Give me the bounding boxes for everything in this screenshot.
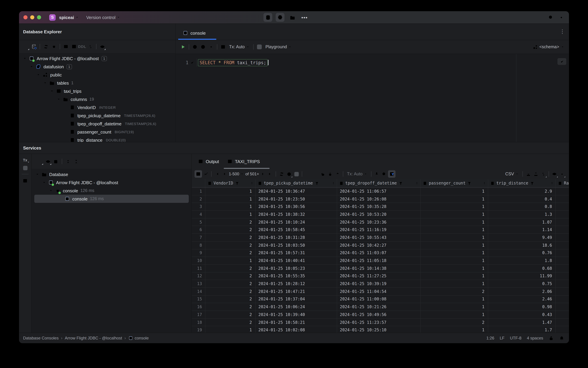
grid-cell[interactable]: 2 (205, 265, 256, 272)
row-number[interactable]: 10 (192, 257, 205, 264)
row-number[interactable]: 7 (192, 234, 205, 241)
grid-cell[interactable]: 2024-01-25 10:40:41 (256, 257, 337, 264)
explorer-tree-item-columns[interactable]: columns19 (19, 95, 175, 103)
grid-cell[interactable]: 2024-01-25 10:30:56 (256, 203, 337, 210)
row-number[interactable]: 12 (192, 272, 205, 280)
grid-cell[interactable]: 2024-01-25 11:00:08 (337, 295, 421, 303)
grid-cell[interactable]: 1.07 (488, 219, 556, 226)
grid-cell[interactable]: 2024-01-25 11:03:07 (337, 249, 421, 257)
grid-cell[interactable]: 2024-01-25 10:37:04 (256, 295, 337, 303)
grid-cell[interactable]: 2024-01-25 10:28:12 (256, 280, 337, 287)
close-tab-icon[interactable] (262, 159, 266, 164)
grid-cell[interactable] (556, 257, 569, 264)
version-control-menu[interactable]: Version control (86, 15, 120, 20)
grid-cell[interactable]: 1 (205, 195, 256, 202)
grid-cell[interactable]: 2024-01-25 10:06:24 (256, 303, 337, 311)
grid-cell[interactable]: 18.6 (488, 242, 556, 249)
caret-position[interactable]: 1:26 (486, 336, 494, 340)
previous-page-button[interactable] (221, 170, 228, 178)
grid-cell[interactable] (556, 211, 569, 218)
sort-icon[interactable] (415, 181, 419, 185)
grid-cell[interactable]: 0.98 (488, 303, 556, 311)
filter-panel-button[interactable] (388, 170, 395, 178)
grid-cell[interactable] (556, 226, 569, 233)
tab-output[interactable]: Output (194, 154, 223, 169)
grid-cell[interactable]: 1.3 (488, 211, 556, 218)
grid-cell[interactable]: 2 (421, 288, 488, 295)
grid-cell[interactable]: 2024-01-25 10:05:23 (256, 265, 337, 272)
grid-cell[interactable]: 2024-01-25 10:35:28 (337, 203, 421, 210)
grid-cell[interactable]: 2 (205, 288, 256, 295)
export-format-dropdown[interactable]: CSV (505, 172, 519, 176)
grid-cell[interactable]: 2024-01-25 10:49:56 (337, 311, 421, 318)
grid-cell[interactable]: 1 (421, 195, 488, 202)
grid-cell[interactable] (556, 203, 569, 210)
grid-cell[interactable]: 2024-01-25 10:36:47 (256, 188, 337, 195)
grid-cell[interactable]: 2024-01-25 10:23:50 (256, 195, 337, 202)
grid-cell[interactable]: 2 (205, 234, 256, 241)
grid-cell[interactable]: 2 (205, 295, 256, 303)
filter-funnel-icon[interactable] (398, 181, 403, 185)
run-query-button[interactable] (179, 43, 187, 51)
grid-cell[interactable] (556, 234, 569, 241)
services-tree-item-console[interactable]: console126 ms (34, 195, 189, 203)
grid-cell[interactable]: 1 (205, 211, 256, 218)
row-number[interactable]: 15 (192, 295, 205, 303)
grid-cell[interactable]: 1 (205, 188, 256, 195)
grid-cell[interactable]: 1 (421, 311, 488, 318)
project-folder-button[interactable] (288, 13, 297, 22)
grid-cell[interactable]: 1 (421, 188, 488, 195)
expand-chevron-icon[interactable] (49, 89, 55, 93)
grid-cell[interactable]: 0.76 (488, 249, 556, 257)
grid-cell[interactable]: 2 (205, 280, 256, 287)
row-number[interactable]: 8 (192, 242, 205, 249)
find-in-grid-button[interactable] (381, 170, 388, 178)
file-encoding[interactable]: UTF-8 (510, 336, 521, 340)
page-range-dropdown[interactable]: 1-500 (229, 172, 244, 176)
breadcrumb-item[interactable]: Database Consoles (23, 336, 59, 340)
line-ending[interactable]: LF (500, 336, 505, 340)
database-tool-button[interactable] (263, 13, 272, 22)
grid-cell[interactable] (556, 242, 569, 249)
grid-cell[interactable]: 2024-01-25 10:21:26 (337, 303, 421, 311)
grid-cell[interactable]: 1 (421, 242, 488, 249)
column-header-tpep_pickup_datetime[interactable]: tpep_pickup_datetime (256, 179, 337, 187)
column-header-tpep_dropoff_datetime[interactable]: tpep_dropoff_datetime (337, 179, 421, 187)
grid-cell[interactable]: 1 (205, 257, 256, 264)
table-view-button[interactable] (195, 170, 202, 178)
reload-data-button[interactable] (278, 170, 285, 178)
row-number[interactable]: 9 (192, 249, 205, 257)
explorer-tree-item-vendorid[interactable]: VendorIDINTEGER (19, 103, 175, 111)
import-data-button[interactable] (525, 170, 532, 178)
grid-cell[interactable]: 1 (421, 234, 488, 241)
grid-cell[interactable]: 1 (421, 326, 488, 333)
stop-button[interactable] (255, 43, 263, 51)
explorer-tree-item-passenger-count[interactable]: passenger_countBIGINT(19) (19, 128, 175, 136)
grid-cell[interactable]: 1 (205, 203, 256, 210)
grid-cell[interactable]: 1 (421, 295, 488, 303)
grid-cell[interactable]: 1 (421, 203, 488, 210)
commit-button[interactable] (326, 170, 334, 178)
expand-chevron-icon[interactable] (28, 64, 35, 69)
grid-cell[interactable] (556, 195, 569, 202)
grid-cell[interactable]: 2 (205, 226, 256, 233)
grid-cell[interactable]: 2024-01-25 10:14:38 (337, 265, 421, 272)
chart-view-button[interactable] (202, 170, 209, 178)
filter-funnel-icon[interactable] (235, 181, 239, 185)
ddl-button[interactable]: DDL (78, 43, 86, 51)
explorer-tree-item-taxi-trips[interactable]: taxi_trips (19, 87, 175, 95)
search-everywhere-button[interactable] (548, 14, 554, 20)
grid-cell[interactable]: 2024-01-25 10:31:28 (256, 234, 337, 241)
grid-cell[interactable]: 2024-01-25 11:04:54 (337, 288, 421, 295)
grid-cell[interactable]: 2024-01-25 11:27:25 (337, 272, 421, 280)
add-row-button[interactable] (304, 170, 311, 178)
grid-cell[interactable]: 1.14 (488, 226, 556, 233)
parameters-button[interactable] (199, 43, 207, 51)
breadcrumb-item[interactable]: console (128, 336, 149, 340)
grid-cell[interactable]: 2024-01-25 10:42:27 (337, 242, 421, 249)
grid-cell[interactable]: 2 (205, 219, 256, 226)
expand-chevron-icon[interactable] (22, 56, 28, 61)
console-settings-button[interactable] (207, 43, 215, 51)
grid-cell[interactable] (556, 311, 569, 318)
write-access-toggle[interactable] (549, 336, 554, 341)
